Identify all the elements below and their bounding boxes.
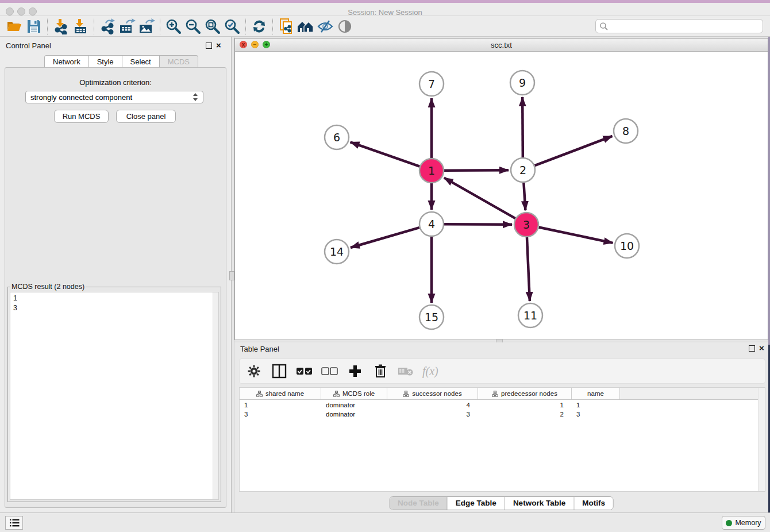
table-settings-icon[interactable] — [245, 363, 263, 380]
close-panel-icon[interactable]: × — [216, 40, 221, 50]
save-session-icon[interactable] — [24, 18, 44, 35]
column-header-label: shared name — [265, 390, 304, 397]
zoom-in-icon[interactable] — [164, 18, 183, 35]
run-mcds-button[interactable]: Run MCDS — [54, 110, 109, 123]
edge-2-3[interactable] — [523, 183, 525, 210]
toolbar-separator — [47, 18, 48, 34]
network-canvas[interactable]: 7968124310141511 — [235, 52, 768, 340]
control-panel-title: Control Panel — [6, 41, 51, 50]
network-window-title: scc.txt — [235, 41, 768, 49]
node-label-2: 2 — [519, 164, 526, 176]
cell-name[interactable]: 3 — [572, 410, 620, 419]
column-header-shared-name[interactable]: shared name — [240, 388, 321, 399]
search-input[interactable] — [609, 21, 763, 32]
tab-style[interactable]: Style — [88, 55, 122, 68]
column-header-MCDS-role[interactable]: MCDS role — [321, 388, 387, 399]
unselect-all-columns-icon[interactable] — [321, 363, 338, 380]
cell-shared-name[interactable]: 1 — [240, 401, 321, 410]
memory-button[interactable]: Memory — [722, 516, 765, 530]
import-table-icon[interactable] — [71, 18, 90, 35]
zoom-selected-icon[interactable] — [222, 18, 242, 35]
control-panel-tabs: NetworkStyleSelectMCDS — [44, 55, 198, 68]
tab-mcds[interactable]: MCDS — [159, 55, 198, 68]
network-graph[interactable]: 7968124310141511 — [235, 52, 768, 340]
result-scrollbar[interactable] — [213, 292, 218, 499]
criterion-value: strongly connected component — [30, 93, 132, 102]
edge-1-6[interactable] — [351, 142, 420, 166]
show-hide-panels-icon[interactable] — [296, 18, 315, 35]
search-box[interactable] — [595, 19, 763, 33]
edge-4-14[interactable] — [351, 228, 419, 248]
column-tree-icon — [403, 391, 409, 397]
tab-edge-table[interactable]: Edge Table — [448, 497, 505, 510]
edge-1-2[interactable] — [444, 170, 509, 171]
network-from-selection-icon[interactable] — [276, 18, 296, 35]
export-network-icon[interactable] — [98, 18, 117, 35]
cell-successor-nodes[interactable]: 3 — [387, 410, 478, 419]
export-table-icon[interactable] — [117, 18, 137, 35]
table-header-row: shared nameMCDS rolesuccessor nodesprede… — [240, 388, 765, 400]
edge-2-9[interactable] — [522, 97, 523, 157]
close-panel-button[interactable]: Close panel — [116, 110, 176, 123]
node-label-7: 7 — [428, 78, 435, 90]
zoom-fit-icon[interactable] — [203, 18, 222, 35]
status-bar: Memory — [0, 512, 770, 532]
hide-details-icon[interactable] — [315, 18, 335, 35]
table-panel: Table Panel × — [234, 342, 768, 512]
column-tree-icon — [333, 391, 340, 397]
control-panel: Control Panel × NetworkStyleSelectMCDS O… — [0, 37, 231, 512]
cell-MCDS-role[interactable]: dominator — [321, 401, 387, 410]
cell-successor-nodes[interactable]: 4 — [387, 401, 478, 410]
float-panel-icon[interactable] — [749, 345, 755, 352]
refresh-icon[interactable] — [249, 18, 269, 35]
column-view-icon[interactable] — [271, 363, 288, 380]
edge-2-8[interactable] — [535, 136, 613, 165]
table-row[interactable]: 1dominator411 — [240, 401, 765, 410]
export-image-icon[interactable] — [137, 18, 156, 35]
import-network-icon[interactable] — [51, 18, 71, 35]
mcds-result-title: MCDS result (2 nodes) — [10, 283, 86, 291]
tab-network[interactable]: Network — [44, 55, 88, 68]
add-column-icon[interactable] — [346, 363, 364, 380]
node-label-6: 6 — [333, 131, 340, 144]
zoom-out-icon[interactable] — [183, 18, 203, 35]
cell-predecessor-nodes[interactable]: 2 — [478, 410, 572, 419]
table-scrollbar[interactable] — [758, 388, 765, 491]
tab-network-table[interactable]: Network Table — [505, 497, 574, 510]
node-label-9: 9 — [519, 76, 526, 89]
table-toolbar: f(x) — [239, 358, 765, 384]
show-details-icon[interactable] — [335, 18, 355, 35]
task-history-button[interactable] — [5, 516, 23, 530]
tab-motifs[interactable]: Motifs — [574, 497, 613, 510]
table-panel-title: Table Panel — [240, 345, 279, 353]
cell-MCDS-role[interactable]: dominator — [321, 410, 387, 419]
tab-node-table[interactable]: Node Table — [390, 497, 448, 510]
tab-select[interactable]: Select — [122, 55, 159, 68]
node-table[interactable]: shared nameMCDS rolesuccessor nodesprede… — [239, 387, 765, 492]
mcds-result-area[interactable]: 1 3 — [10, 292, 219, 500]
toolbar-separator — [245, 18, 246, 34]
column-header-predecessor-nodes[interactable]: predecessor nodes — [478, 388, 572, 399]
column-header-name[interactable]: name — [572, 388, 620, 399]
edge-4-3[interactable] — [444, 224, 512, 225]
cell-name[interactable]: 1 — [572, 401, 620, 410]
splitter-handle[interactable] — [229, 271, 234, 280]
criterion-dropdown[interactable]: strongly connected component — [25, 91, 203, 103]
column-header-successor-nodes[interactable]: successor nodes — [387, 388, 478, 399]
open-session-icon[interactable] — [5, 18, 24, 35]
edge-3-1[interactable] — [444, 178, 515, 218]
table-row[interactable]: 3dominator323 — [240, 410, 765, 419]
select-all-columns-icon[interactable] — [296, 363, 313, 380]
cell-predecessor-nodes[interactable]: 1 — [478, 401, 572, 410]
delete-table-icon[interactable] — [397, 363, 414, 380]
cell-shared-name[interactable]: 3 — [240, 410, 321, 419]
edge-3-11[interactable] — [527, 237, 530, 301]
function-builder-icon[interactable]: f(x) — [422, 365, 438, 378]
edge-3-10[interactable] — [539, 228, 613, 243]
table-tabs: Node TableEdge TableNetwork TableMotifs — [389, 496, 614, 510]
close-panel-icon[interactable]: × — [759, 343, 764, 353]
delete-columns-icon[interactable] — [372, 363, 389, 380]
float-panel-icon[interactable] — [206, 43, 212, 49]
mcds-result-box: MCDS result (2 nodes) 1 3 — [7, 283, 221, 502]
node-label-4: 4 — [428, 218, 435, 230]
